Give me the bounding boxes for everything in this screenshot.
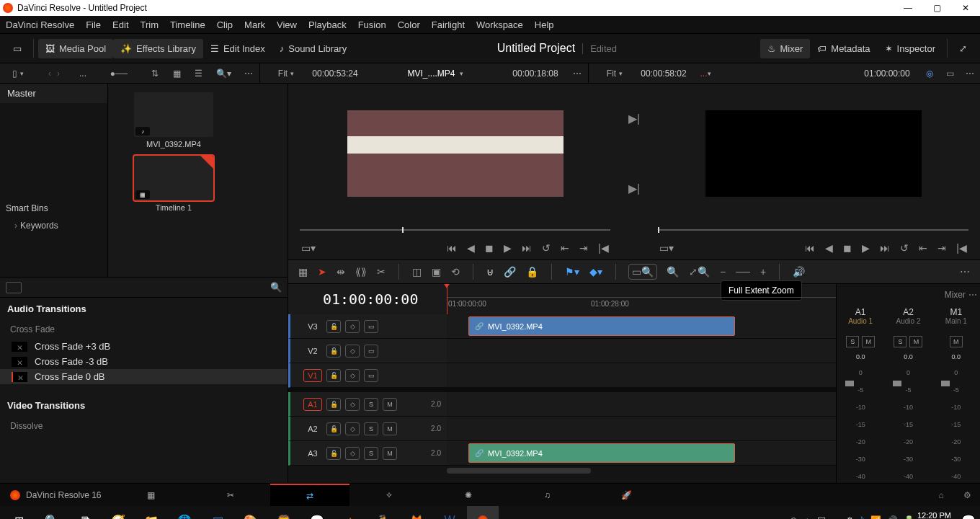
menu-davinci[interactable]: DaVinci Resolve (6, 19, 74, 30)
lock-icon[interactable]: 🔓 (326, 447, 341, 460)
page-fusion[interactable]: ✧ (349, 484, 429, 506)
timeline-ruler[interactable]: 01:00:00:00 01:00:28:00 (447, 284, 836, 314)
mixer-channel-m1[interactable]: M1Main 1 (932, 306, 980, 333)
zoom-in-button[interactable]: + (760, 266, 766, 278)
mixer-options-button[interactable]: ⋯ (968, 290, 977, 300)
marker-button[interactable]: ◆▾ (589, 266, 602, 278)
fader-a1[interactable]: 0.0 0-5-10-15-20-30-40 (837, 350, 884, 483)
master-bin[interactable]: Master (0, 84, 107, 103)
next-edit-icon[interactable]: ▶| (628, 182, 640, 195)
menu-fairlight[interactable]: Fairlight (432, 19, 465, 30)
timeline-tracks[interactable]: V3 🔓 ◇ ▭ 🔗 MVI_0392.MP4 (288, 314, 836, 483)
loop-button[interactable]: ↺ (542, 242, 551, 254)
clip-video-v3[interactable]: 🔗 MVI_0392.MP4 (468, 316, 735, 336)
taskbar-app-8[interactable]: △ (334, 506, 366, 519)
mute-button[interactable]: M (383, 398, 397, 411)
bin-timeline-1[interactable]: ▦ Timeline 1 (134, 156, 213, 212)
edit-index-toggle[interactable]: ☰Edit Index (203, 39, 272, 58)
start-button[interactable]: ⊞ (3, 506, 35, 519)
mute-button[interactable]: 🔊 (793, 266, 805, 278)
nav-back-button[interactable]: ‹ (48, 68, 51, 79)
tray-icon[interactable]: ⚙ (846, 515, 854, 519)
page-cut[interactable]: ✂ (191, 484, 270, 506)
track-header-v3[interactable]: V3 🔓 ◇ ▭ (288, 314, 447, 339)
taskbar-app-resolve[interactable] (467, 506, 499, 519)
track-style-button[interactable]: ▭ (364, 345, 378, 358)
list-view-button[interactable]: ☰ (195, 68, 202, 79)
project-settings-button[interactable]: ⚙ (954, 490, 980, 500)
solo-button[interactable]: S (364, 422, 378, 435)
mark-in-button[interactable]: ⇤ (561, 242, 569, 254)
menu-edit[interactable]: Edit (112, 19, 128, 30)
fader-m1[interactable]: 0.0 0-5-10-15-20-30-40 (932, 350, 980, 483)
mute-button[interactable]: M (862, 336, 875, 347)
menu-file[interactable]: File (86, 19, 101, 30)
mixer-channel-a2[interactable]: A2Audio 2 (884, 306, 932, 333)
go-last-button[interactable]: ⏭ (522, 242, 532, 254)
mixer-channel-a1[interactable]: A1Audio 1 (837, 306, 884, 333)
taskbar-app-7[interactable]: 💬 (301, 506, 333, 519)
tray-wifi-icon[interactable]: 📶 (870, 515, 881, 519)
fader-knob[interactable] (941, 381, 950, 386)
solo-button[interactable]: S (846, 336, 859, 347)
effects-search-button[interactable]: 🔍 (270, 282, 282, 293)
go-first-button[interactable]: ⏮ (447, 242, 457, 254)
mute-button[interactable]: M (909, 336, 922, 347)
window-close-button[interactable]: ✕ (951, 0, 980, 16)
page-edit[interactable]: ⇄ (270, 484, 349, 506)
timeline-options-button[interactable]: ⋯ (960, 266, 970, 278)
single-viewer-button[interactable]: ▭ (946, 68, 954, 79)
dropdown-icon[interactable]: ▾ (20, 70, 24, 77)
taskbar-app-9[interactable]: 🐧 (368, 506, 399, 519)
taskbar-app-4[interactable]: ▣ (202, 506, 233, 519)
task-view-button[interactable]: ⧉ (69, 506, 101, 519)
track-header-a2[interactable]: A2 🔓 ◇ S M 2.0 (288, 417, 447, 441)
p-play-reverse-button[interactable]: ◀ (825, 242, 833, 254)
media-pool-toggle[interactable]: 🖼Media Pool (38, 39, 113, 58)
menu-view[interactable]: View (277, 19, 297, 30)
bypass-fx-button[interactable]: ◎ (926, 68, 933, 79)
taskbar-app-11[interactable]: W (434, 506, 466, 519)
metadata-toggle[interactable]: 🏷Metadata (810, 39, 877, 58)
effects-filter-toggle[interactable] (6, 282, 22, 293)
p-mark-out-button[interactable]: ⇥ (937, 242, 946, 254)
effect-crossfade-plus3[interactable]: ⨉Cross Fade +3 dB (0, 339, 288, 354)
detail-zoom-button[interactable]: 🔍 (667, 266, 679, 278)
snap-button[interactable]: ⊍ (486, 266, 494, 278)
taskbar-app-2[interactable]: 📁 (135, 506, 167, 519)
bin-slider[interactable]: ●── (110, 68, 128, 79)
taskbar-app-3[interactable]: 🌐 (169, 506, 200, 519)
system-tray[interactable]: ◉ ▲ 🛡 ☁ ⚙ ᛒ 📶 🔊 🔋 (790, 515, 914, 519)
home-button[interactable]: ⌂ (928, 490, 954, 500)
auto-select-button[interactable]: ◇ (345, 369, 360, 382)
overwrite-button[interactable]: ▣ (432, 266, 441, 278)
lock-icon[interactable]: 🔓 (326, 345, 341, 358)
effects-library-toggle[interactable]: ✨Effects Library (113, 39, 203, 58)
program-viewer[interactable] (646, 84, 980, 223)
lock-icon[interactable]: 🔓 (326, 369, 341, 382)
menu-help[interactable]: Help (535, 19, 554, 30)
taskbar-app-6[interactable]: 🦁 (268, 506, 300, 519)
page-deliver[interactable]: 🚀 (587, 484, 667, 506)
timeline-timecode[interactable]: 01:00:00:00 (288, 290, 447, 308)
source-options-button[interactable]: ⋯ (573, 68, 582, 79)
fader-knob[interactable] (893, 381, 901, 386)
bin-options-button[interactable]: ⋯ (244, 68, 253, 79)
layout-preset-button[interactable]: ▭ (6, 39, 29, 58)
taskbar-app-10[interactable]: 🦊 (401, 506, 432, 519)
source-scrubber[interactable] (300, 229, 610, 231)
track-header-a3[interactable]: A3 🔓 ◇ S M 2.0 (288, 441, 447, 466)
source-mode-button[interactable]: ▭▾ (301, 242, 316, 254)
dynamic-trim-tool[interactable]: ⟪⟫ (355, 266, 367, 278)
program-options-button[interactable]: ⋯ (966, 68, 974, 79)
solo-button[interactable]: S (364, 398, 378, 411)
source-fit-dropdown[interactable]: Fit (278, 68, 288, 79)
tray-icon[interactable]: 🛡 (817, 515, 826, 519)
trim-tool[interactable]: ⇹ (337, 266, 345, 278)
zoom-slider[interactable]: ── (736, 266, 750, 278)
record-timeline-dropdown[interactable]: ... (700, 68, 707, 79)
menu-workspace[interactable]: Workspace (476, 19, 523, 30)
tray-icon[interactable]: ◉ (790, 515, 797, 519)
go-in-button[interactable]: |◀ (598, 242, 609, 254)
smart-bin-keywords[interactable]: ›Keywords (0, 218, 107, 234)
